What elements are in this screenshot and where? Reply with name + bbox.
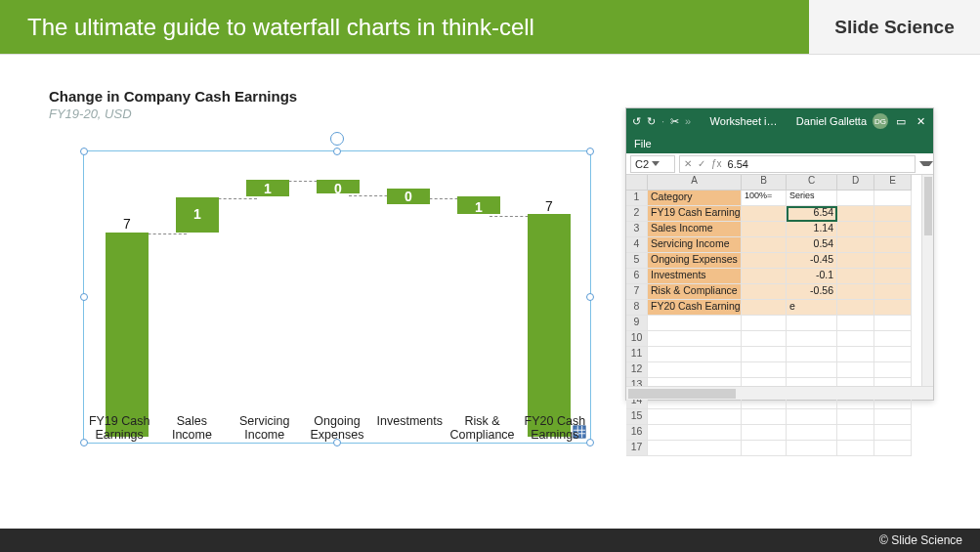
scissors-icon[interactable]: ✂ — [670, 115, 679, 128]
cell[interactable] — [787, 362, 837, 378]
cell[interactable]: -0.1 — [787, 269, 837, 284]
col-header[interactable]: B — [742, 175, 787, 191]
resize-handle-icon[interactable] — [80, 148, 88, 155]
row-header[interactable]: 15 — [626, 409, 648, 425]
check-icon[interactable]: ✓ — [698, 158, 705, 169]
excel-titlebar[interactable]: ↺ ↻ · ✂ » Worksheet i… Daniel Galletta D… — [626, 108, 933, 134]
cell[interactable] — [874, 253, 912, 269]
cell[interactable] — [837, 441, 874, 456]
cell[interactable]: Ongoing Expenses — [648, 253, 742, 269]
row-header[interactable]: 1 — [626, 191, 648, 206]
horizontal-scrollbar[interactable] — [626, 386, 933, 400]
cell[interactable]: Series — [787, 191, 837, 206]
cell[interactable]: e — [787, 300, 837, 316]
cell[interactable] — [742, 347, 787, 362]
cell[interactable] — [648, 316, 742, 331]
chart-selection-frame[interactable]: 7 1 1 0 0 1 7 — [83, 150, 591, 444]
cell[interactable] — [874, 222, 912, 237]
row-header[interactable]: 7 — [626, 284, 648, 300]
name-box[interactable]: C2 — [630, 155, 675, 173]
cell[interactable] — [837, 331, 874, 347]
cell[interactable] — [742, 409, 787, 425]
avatar[interactable]: DG — [873, 113, 888, 129]
cancel-icon[interactable]: ✕ — [684, 158, 692, 169]
cell[interactable] — [742, 300, 787, 316]
formula-input[interactable]: ✕ ✓ ƒx 6.54 — [679, 155, 916, 173]
cell[interactable]: FY20 Cash Earnings — [648, 300, 742, 316]
resize-handle-icon[interactable] — [333, 148, 341, 155]
cell[interactable]: 100%= — [742, 191, 787, 206]
cell[interactable] — [787, 441, 837, 456]
cell[interactable] — [874, 441, 912, 456]
resize-handle-icon[interactable] — [586, 293, 594, 301]
cell[interactable] — [648, 331, 742, 347]
cell[interactable] — [787, 409, 837, 425]
cell[interactable] — [648, 347, 742, 362]
col-header[interactable]: E — [874, 175, 912, 191]
resize-handle-icon[interactable] — [80, 293, 88, 301]
cell[interactable] — [874, 191, 912, 206]
fx-icon[interactable]: ƒx — [711, 158, 722, 169]
waterfall-bar[interactable] — [528, 214, 571, 437]
cell[interactable]: Risk & Compliance — [648, 284, 742, 300]
row-header[interactable]: 5 — [626, 253, 648, 269]
cell[interactable] — [648, 425, 742, 441]
spreadsheet-grid[interactable]: A B C D E 1Category100%=Series2FY19 Cash… — [626, 175, 933, 456]
cell[interactable] — [874, 347, 912, 362]
row-header[interactable]: 2 — [626, 206, 648, 222]
close-icon[interactable]: ✕ — [914, 115, 927, 128]
rotate-handle-icon[interactable] — [330, 132, 344, 146]
cell[interactable] — [742, 253, 787, 269]
cell[interactable] — [837, 347, 874, 362]
cell[interactable] — [648, 409, 742, 425]
cell[interactable] — [874, 284, 912, 300]
cell[interactable]: Servicing Income — [648, 237, 742, 253]
cell[interactable] — [648, 441, 742, 456]
cell[interactable] — [874, 362, 912, 378]
scroll-thumb[interactable] — [924, 177, 932, 235]
cell[interactable] — [648, 362, 742, 378]
waterfall-plot[interactable]: 7 1 1 0 0 1 7 — [92, 157, 582, 437]
cell[interactable] — [874, 237, 912, 253]
file-tab[interactable]: File — [626, 134, 933, 153]
cell[interactable] — [874, 206, 912, 222]
cell[interactable] — [837, 191, 874, 206]
excel-window[interactable]: ↺ ↻ · ✂ » Worksheet i… Daniel Galletta D… — [625, 107, 934, 401]
col-header[interactable]: D — [837, 175, 874, 191]
col-header[interactable]: A — [648, 175, 742, 191]
cell[interactable] — [837, 206, 874, 222]
row-header[interactable]: 6 — [626, 269, 648, 284]
row-header[interactable]: 8 — [626, 300, 648, 316]
cell[interactable]: 0.54 — [787, 237, 837, 253]
cell[interactable] — [837, 237, 874, 253]
cell[interactable] — [874, 269, 912, 284]
cell[interactable] — [837, 284, 874, 300]
cell[interactable] — [742, 222, 787, 237]
resize-handle-icon[interactable] — [586, 148, 594, 155]
cell[interactable] — [874, 316, 912, 331]
row-header[interactable]: 17 — [626, 441, 648, 456]
vertical-scrollbar[interactable] — [921, 175, 933, 386]
cell[interactable]: 6.54 — [787, 206, 837, 222]
cell[interactable] — [874, 300, 912, 316]
cell[interactable] — [874, 409, 912, 425]
chevron-down-icon[interactable] — [919, 161, 933, 166]
cell[interactable]: -0.45 — [787, 253, 837, 269]
cell[interactable] — [874, 425, 912, 441]
cell[interactable] — [742, 206, 787, 222]
cell[interactable]: Investments — [648, 269, 742, 284]
row-header[interactable]: 4 — [626, 237, 648, 253]
cell[interactable]: -0.56 — [787, 284, 837, 300]
col-header[interactable]: C — [787, 175, 837, 191]
cell[interactable] — [742, 237, 787, 253]
cell[interactable] — [837, 222, 874, 237]
cell[interactable] — [837, 409, 874, 425]
row-header[interactable]: 12 — [626, 362, 648, 378]
cell[interactable] — [787, 347, 837, 362]
row-header[interactable]: 9 — [626, 316, 648, 331]
row-header[interactable]: 10 — [626, 331, 648, 347]
cell[interactable] — [837, 316, 874, 331]
cell[interactable] — [742, 441, 787, 456]
cell[interactable] — [837, 253, 874, 269]
scroll-thumb[interactable] — [628, 389, 736, 399]
